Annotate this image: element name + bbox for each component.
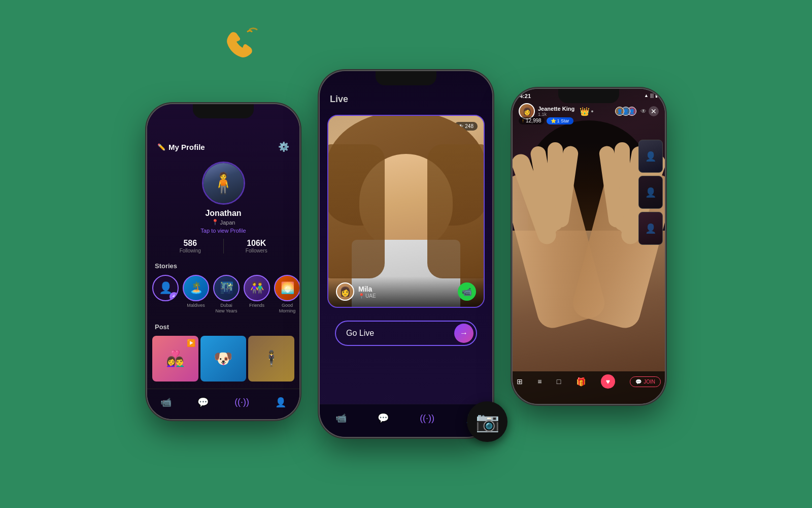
- phones-container: ✏️ My Profile ⚙️ 🧍 Jonathan 📍 Japan: [0, 0, 812, 508]
- location-pin-icon: 📍: [212, 219, 219, 226]
- avatar-container: 🧍: [147, 162, 299, 205]
- live-user-info: 👩 Mila 📍 UAE 📹: [328, 276, 484, 307]
- star-icon: ⭐: [551, 118, 556, 123]
- phone-live: Live 👁 248: [320, 71, 492, 437]
- story-friends[interactable]: 👫 Friends: [244, 275, 270, 314]
- eye-icon-stream: 👁: [640, 108, 647, 115]
- following-stat: 586 Following: [157, 239, 224, 253]
- crown-icon: 👑: [580, 107, 590, 116]
- stream-controls-right: 👤 👤 👤 👁 ✕: [615, 106, 659, 116]
- posts-label: Post: [147, 321, 299, 333]
- nav-video-2[interactable]: 📹: [335, 412, 347, 424]
- live-indicator: ●: [591, 109, 593, 114]
- star-badge: ⭐ 1 Star: [547, 117, 573, 124]
- video-call-button[interactable]: 📹: [458, 282, 476, 301]
- edit-icon[interactable]: ✏️: [157, 143, 165, 151]
- profile-title: ✏️ My Profile: [157, 143, 205, 151]
- profile-name: Jonathan: [147, 209, 299, 218]
- live-label: Live: [320, 71, 492, 110]
- play-icon-1: ▶️: [187, 339, 195, 347]
- stream-userinfo: Jeanette King 1.1k: [538, 106, 574, 117]
- live-card[interactable]: 👁 248 👩 Mila 📍 UAE: [327, 115, 485, 308]
- posts-grid: 👩‍❤️‍👨 ▶️ 🐶 🕴️: [147, 333, 299, 384]
- viewer-avatar-1: 👤: [615, 107, 624, 116]
- profile-header: ✏️ My Profile ⚙️: [147, 137, 299, 156]
- right-thumb-1[interactable]: 👤: [638, 140, 663, 173]
- status-time: 4:21: [520, 93, 531, 99]
- mila-avatar: 👩: [336, 282, 354, 301]
- battery-icon: ▮: [655, 93, 658, 98]
- stats-row: 586 Following 106K Followers: [157, 239, 289, 253]
- mila-info: Mila 📍 UAE: [358, 285, 376, 299]
- add-story-btn[interactable]: +: [170, 292, 179, 301]
- viewer-avatars: 👤 👤 👤: [615, 107, 636, 116]
- crown-badges: 👑 ●: [580, 107, 593, 116]
- nav-chat[interactable]: 💬: [197, 397, 209, 408]
- add-story-item[interactable]: 👤 +: [152, 275, 179, 314]
- stream-nav-list[interactable]: ≡: [537, 377, 542, 386]
- phone-profile: ✏️ My Profile ⚙️ 🧍 Jonathan 📍 Japan: [147, 104, 299, 419]
- signal-icon: |||: [650, 93, 654, 98]
- stories-label: Stories: [147, 260, 299, 272]
- stream-close-btn[interactable]: ✕: [649, 106, 659, 116]
- mila-location: 📍 UAE: [358, 293, 376, 299]
- post-1[interactable]: 👩‍❤️‍👨 ▶️: [152, 336, 198, 382]
- post-3[interactable]: 🕴️: [248, 336, 294, 382]
- call-icon-float: [218, 25, 259, 68]
- settings-icon[interactable]: ⚙️: [278, 141, 289, 152]
- chat-icon-stream: 💬: [635, 379, 641, 385]
- stream-nav-square[interactable]: □: [557, 377, 561, 386]
- gift-button[interactable]: 🎁: [576, 377, 586, 387]
- nav-live[interactable]: ((·)): [234, 397, 249, 407]
- profile-title-text: My Profile: [168, 143, 205, 151]
- stories-row: 👤 + 🏝️ Maldives 🌃 DubaiNew Years 👫: [147, 272, 299, 316]
- profile-location: 📍 Japan: [147, 219, 299, 226]
- nav-profile[interactable]: 👤: [275, 397, 286, 408]
- wifi-icon: ▲: [644, 93, 649, 98]
- loc-pin-icon: 📍: [358, 293, 364, 299]
- right-thumb-3[interactable]: 👤: [638, 212, 663, 245]
- post-2[interactable]: 🐶: [200, 336, 247, 382]
- story-morning[interactable]: 🌅 GoodMorning: [274, 275, 299, 314]
- stream-nav-grid[interactable]: ⊞: [517, 377, 523, 386]
- avatar[interactable]: 🧍: [202, 162, 245, 205]
- nav-live-2[interactable]: ((·)): [420, 413, 434, 424]
- go-live-button[interactable]: Go Live →: [335, 321, 477, 346]
- right-thumb-2[interactable]: 👤: [638, 176, 663, 209]
- phone-stream: 👤 👤 👤 👩 Jeanette King 1.1k 👑 ●: [513, 89, 665, 404]
- nav-video[interactable]: 📹: [160, 397, 172, 408]
- story-dubai[interactable]: 🌃 DubaiNew Years: [213, 275, 240, 314]
- live-user-left: 👩 Mila 📍 UAE: [336, 282, 376, 301]
- bottom-nav-2: 📹 💬 ((·)) 👤: [320, 404, 492, 437]
- story-maldives[interactable]: 🏝️ Maldives: [183, 275, 209, 314]
- followers-stat: 106K Followers: [224, 239, 290, 253]
- add-story-circle[interactable]: 👤 +: [152, 275, 179, 301]
- bottom-nav-1: 📹 💬 ((·)) 👤: [147, 389, 299, 419]
- status-icons: ▲ ||| ▮: [644, 93, 658, 98]
- go-live-arrow[interactable]: →: [454, 324, 473, 343]
- camera-badge: 📷: [467, 401, 507, 442]
- viewer-count-bar: ↑ 12,998 ⭐ 1 Star: [519, 117, 573, 124]
- arrow-up-icon: ↑: [522, 118, 524, 123]
- stream-bottom-bar: ⊞ ≡ □ 🎁 ♥ 💬 JOIN: [513, 371, 665, 404]
- heart-button[interactable]: ♥: [601, 374, 615, 389]
- join-button[interactable]: 💬 JOIN: [630, 376, 661, 387]
- nav-chat-2[interactable]: 💬: [378, 412, 389, 424]
- view-profile-link[interactable]: Tap to view Profile: [147, 228, 299, 234]
